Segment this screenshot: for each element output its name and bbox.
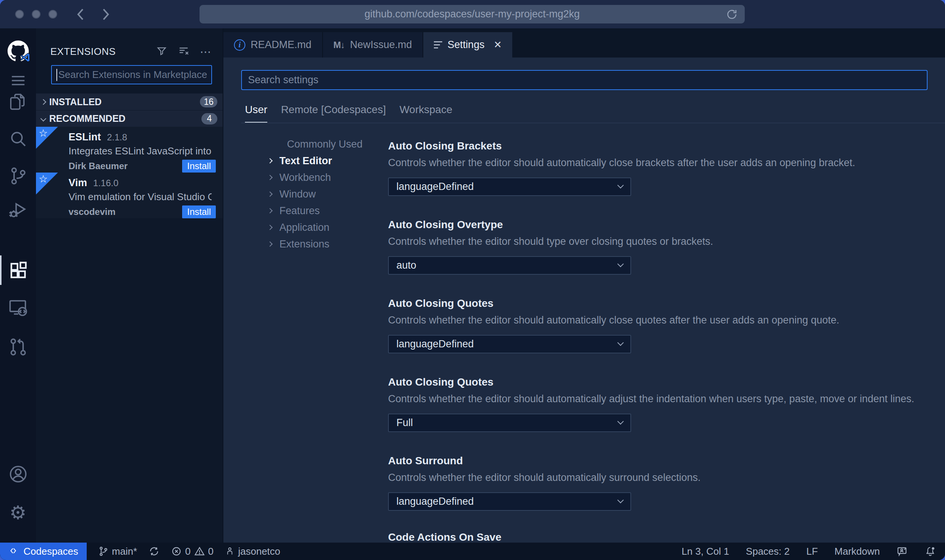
extensions-icon[interactable] bbox=[0, 260, 36, 281]
setting-auto-surround: Auto Surround Controls whether the edito… bbox=[388, 455, 945, 511]
chevron-down-icon bbox=[618, 418, 624, 425]
text-caret bbox=[56, 69, 57, 81]
menu-icon[interactable] bbox=[0, 70, 36, 91]
source-control-icon[interactable] bbox=[0, 165, 36, 187]
eol-sequence[interactable]: LF bbox=[806, 546, 818, 557]
setting-title: Auto Closing Brackets bbox=[388, 140, 945, 152]
notifications-bell-icon[interactable] bbox=[925, 546, 936, 557]
settings-gear-icon[interactable]: ⚙ bbox=[0, 502, 36, 523]
tab-readme[interactable]: i README.md bbox=[223, 32, 323, 58]
explorer-icon[interactable] bbox=[0, 91, 36, 112]
extension-list-item[interactable]: ☆ Vim 1.16.0 Vim emulation for Visual St… bbox=[36, 173, 223, 218]
browser-window: github.com/codespaces/user-my-project-mg… bbox=[0, 0, 945, 560]
setting-auto-closing-brackets: Auto Closing Brackets Controls whether t… bbox=[388, 140, 945, 196]
recommended-count-badge: 4 bbox=[201, 113, 217, 124]
extensions-search-input[interactable]: Search Extensions in Marketplace bbox=[51, 65, 212, 84]
settings-search-input[interactable]: Search settings bbox=[241, 70, 928, 90]
divider bbox=[241, 123, 945, 123]
install-button[interactable]: Install bbox=[182, 160, 216, 173]
toc-window[interactable]: Window bbox=[223, 186, 382, 202]
search-icon[interactable] bbox=[0, 128, 36, 149]
cursor-position[interactable]: Ln 3, Col 1 bbox=[681, 546, 729, 557]
extension-description: Integrates ESLint JavaScript into VS C..… bbox=[69, 145, 212, 157]
user-indicator[interactable]: jasonetco bbox=[225, 546, 280, 557]
scope-user[interactable]: User bbox=[245, 104, 267, 123]
run-and-debug-icon[interactable] bbox=[0, 199, 36, 221]
branch-indicator[interactable]: main* bbox=[98, 546, 137, 557]
setting-title: Auto Surround bbox=[388, 455, 945, 467]
tab-newissue[interactable]: M↓ NewIssue.md bbox=[323, 32, 424, 58]
github-codespaces-logo-icon bbox=[0, 39, 36, 63]
chevron-down-icon bbox=[41, 116, 47, 122]
codespaces-remote-button[interactable]: Codespaces bbox=[0, 543, 87, 560]
toc-extensions[interactable]: Extensions bbox=[223, 236, 382, 252]
setting-dropdown[interactable]: languageDefined bbox=[388, 492, 631, 511]
chevron-down-icon bbox=[618, 497, 624, 503]
pull-requests-icon[interactable] bbox=[0, 336, 36, 358]
problems-indicator[interactable]: 0 0 bbox=[171, 546, 214, 557]
language-mode[interactable]: Markdown bbox=[834, 546, 880, 557]
setting-title: Auto Closing Quotes bbox=[388, 297, 945, 310]
zoom-window-button[interactable] bbox=[48, 10, 57, 19]
settings-scope-tabs: User Remote [Codespaces] Workspace bbox=[245, 104, 452, 123]
back-icon[interactable] bbox=[75, 8, 87, 21]
chevron-down-icon bbox=[618, 182, 624, 188]
install-button[interactable]: Install bbox=[182, 205, 216, 218]
close-window-button[interactable] bbox=[15, 10, 24, 19]
tab-settings[interactable]: Settings ✕ bbox=[423, 32, 512, 58]
reload-icon[interactable] bbox=[726, 8, 738, 22]
setting-description: Controls whether the editor should autom… bbox=[388, 157, 945, 169]
setting-dropdown[interactable]: Full bbox=[388, 414, 631, 432]
scope-remote[interactable]: Remote [Codespaces] bbox=[281, 104, 386, 123]
address-bar[interactable]: github.com/codespaces/user-my-project-mg… bbox=[200, 5, 745, 23]
chevron-down-icon bbox=[618, 339, 624, 346]
toc-features[interactable]: Features bbox=[223, 202, 382, 219]
setting-dropdown[interactable]: auto bbox=[388, 256, 631, 275]
setting-description: Controls whether the editor should type … bbox=[388, 236, 945, 247]
feedback-icon[interactable] bbox=[897, 546, 908, 557]
filter-icon[interactable] bbox=[156, 45, 167, 58]
editor-area: i README.md M↓ NewIssue.md Settings ✕ Se… bbox=[223, 28, 945, 543]
setting-dropdown[interactable]: languageDefined bbox=[388, 177, 631, 196]
chevron-right-icon bbox=[267, 191, 273, 197]
toc-workbench[interactable]: Workbench bbox=[223, 169, 382, 186]
close-tab-icon[interactable]: ✕ bbox=[494, 39, 502, 51]
window-controls bbox=[15, 10, 57, 19]
browser-titlebar: github.com/codespaces/user-my-project-mg… bbox=[0, 0, 945, 28]
section-installed[interactable]: INSTALLED 16 bbox=[36, 93, 223, 110]
status-bar: Codespaces main* 0 0 jasonetco Ln 3, Col… bbox=[0, 543, 945, 560]
extension-author: vscodevim bbox=[69, 207, 115, 217]
extension-list-item[interactable]: ☆ ESLint 2.1.8 Integrates ESLint JavaScr… bbox=[36, 127, 223, 173]
sync-button[interactable] bbox=[148, 546, 160, 557]
more-actions-icon[interactable]: ⋯ bbox=[200, 45, 212, 58]
account-icon[interactable] bbox=[0, 464, 36, 485]
toc-commonly-used[interactable]: Commonly Used bbox=[223, 136, 382, 152]
chevron-right-icon bbox=[267, 158, 273, 163]
chevron-right-icon bbox=[267, 208, 273, 213]
star-icon: ☆ bbox=[39, 127, 48, 139]
forward-icon[interactable] bbox=[100, 8, 111, 21]
setting-auto-closing-quotes-2: Auto Closing Quotes Controls whether the… bbox=[388, 376, 945, 432]
panel-title: EXTENSIONS bbox=[50, 46, 116, 58]
clear-extension-search-icon[interactable] bbox=[178, 45, 190, 59]
setting-code-actions-on-save: Code Actions On Save bbox=[388, 531, 945, 543]
info-icon: i bbox=[234, 39, 245, 51]
setting-description: Controls whether the editor should autom… bbox=[388, 393, 945, 405]
indentation[interactable]: Spaces: 2 bbox=[746, 546, 790, 557]
extension-version: 1.16.0 bbox=[93, 178, 119, 188]
setting-dropdown[interactable]: languageDefined bbox=[388, 335, 631, 353]
chevron-down-icon bbox=[618, 261, 624, 267]
scope-workspace[interactable]: Workspace bbox=[399, 104, 452, 123]
setting-auto-closing-overtype: Auto Closing Overtype Controls whether t… bbox=[388, 219, 945, 275]
extension-name: Vim bbox=[69, 177, 87, 189]
toc-application[interactable]: Application bbox=[223, 219, 382, 236]
extension-description: Vim emulation for Visual Studio Code... bbox=[69, 191, 212, 203]
remote-explorer-icon[interactable] bbox=[0, 297, 36, 318]
toc-text-editor[interactable]: Text Editor bbox=[223, 152, 382, 169]
section-recommended[interactable]: RECOMMENDED 4 bbox=[36, 110, 223, 127]
chevron-right-icon bbox=[267, 225, 273, 230]
minimize-window-button[interactable] bbox=[32, 10, 41, 19]
warning-count: 0 bbox=[208, 546, 214, 557]
extension-author: Dirk Baeumer bbox=[69, 161, 128, 171]
activity-bar: ⚙ bbox=[0, 28, 36, 543]
